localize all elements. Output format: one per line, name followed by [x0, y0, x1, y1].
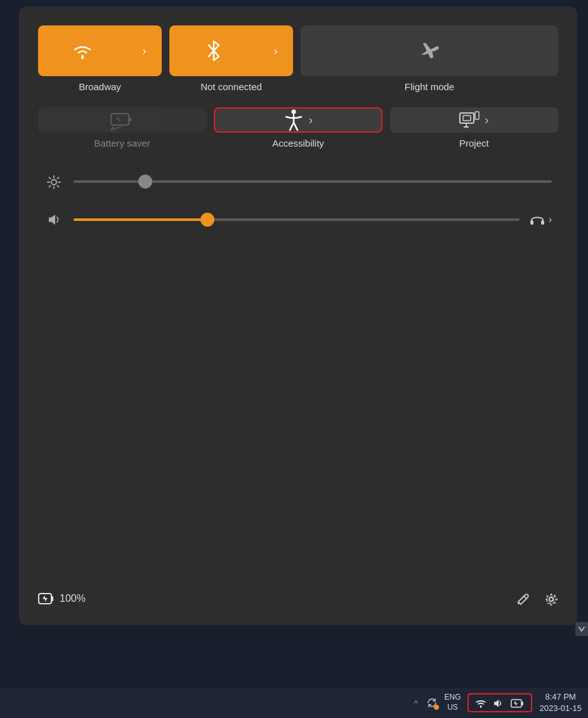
language-line2: US [444, 703, 461, 713]
wifi-label: Broadway [38, 81, 162, 92]
tiles-row-2: Battery saver › Accessibility [38, 107, 558, 149]
flight-mode-label: Flight mode [301, 81, 558, 92]
volume-fill [74, 218, 207, 221]
project-label: Project [390, 138, 558, 149]
scrollbar-down-arrow[interactable] [575, 622, 588, 636]
svg-point-3 [291, 110, 296, 114]
project-tile-group: › Project [390, 107, 558, 149]
battery-status: 100% [38, 592, 86, 606]
brightness-thumb[interactable] [138, 175, 152, 189]
bluetooth-tile-group: › Not connected [169, 25, 293, 92]
svg-line-17 [57, 177, 58, 178]
audio-chevron-icon: › [549, 214, 552, 225]
quick-settings-panel: › Broadway › Not connected [19, 6, 577, 625]
tray-volume-icon [493, 697, 504, 708]
settings-button[interactable] [544, 591, 558, 606]
bottom-action-icons [516, 591, 558, 606]
volume-icon [44, 212, 63, 227]
brightness-slider-row [44, 174, 552, 189]
taskbar-left-area: ^ ENG US [6, 693, 467, 712]
flight-mode-button[interactable] [301, 25, 558, 76]
bluetooth-main-button[interactable] [169, 25, 258, 76]
wifi-tile-group: › Broadway [38, 25, 162, 92]
battery-saver-tile-group: Battery saver [38, 107, 206, 149]
accessibility-button[interactable]: › [214, 107, 382, 133]
language-line1: ENG [444, 693, 461, 703]
svg-rect-2 [129, 117, 131, 121]
svg-rect-29 [521, 701, 523, 705]
svg-line-15 [49, 177, 51, 178]
svg-point-27 [480, 705, 481, 707]
svg-rect-19 [530, 220, 533, 225]
tray-battery-icon [511, 697, 525, 708]
wifi-arrow-button[interactable]: › [127, 25, 162, 76]
svg-rect-22 [51, 596, 53, 601]
refresh-notification-dot [434, 705, 439, 710]
tray-wifi-icon [475, 697, 487, 708]
svg-point-0 [81, 56, 84, 58]
taskbar-refresh-button[interactable] [426, 697, 438, 709]
project-inner: › [459, 111, 488, 129]
chevron-right-icon: › [274, 44, 278, 58]
svg-rect-20 [541, 220, 544, 225]
audio-output-button[interactable]: › [530, 213, 552, 227]
accessibility-label: Accessibility [214, 138, 382, 149]
edit-button[interactable] [516, 592, 529, 606]
taskbar-clock[interactable]: 8:47 PM 2023-01-15 [532, 691, 582, 714]
taskbar-chevron-button[interactable]: ^ [411, 696, 420, 710]
chevron-right-icon: › [143, 44, 147, 58]
battery-percent-text: 100% [60, 593, 86, 604]
clock-time: 8:47 PM [540, 691, 582, 703]
system-tray-icons[interactable] [467, 693, 532, 712]
project-arrow-icon: › [485, 114, 488, 127]
flight-tile-group: Flight mode [301, 25, 558, 92]
wifi-tile[interactable]: › [38, 25, 162, 76]
taskbar-language[interactable]: ENG US [444, 693, 461, 712]
bluetooth-label: Not connected [169, 81, 293, 92]
svg-point-10 [51, 180, 56, 185]
panel-bottom-bar: 100% [38, 591, 558, 606]
svg-line-16 [57, 185, 58, 187]
clock-date: 2023-01-15 [540, 703, 582, 714]
project-button[interactable]: › [390, 107, 558, 133]
bluetooth-tile[interactable]: › [169, 25, 293, 76]
battery-saver-button[interactable] [38, 107, 206, 133]
svg-point-26 [547, 595, 556, 604]
volume-slider[interactable] [74, 218, 519, 221]
svg-line-18 [49, 185, 51, 187]
sliders-section: › [38, 174, 558, 227]
brightness-fill [74, 180, 145, 183]
wifi-main-button[interactable] [38, 25, 127, 76]
brightness-icon [44, 174, 63, 189]
battery-saver-label: Battery saver [38, 138, 206, 149]
svg-line-23 [524, 596, 526, 598]
accessibility-inner: › [284, 109, 313, 131]
brightness-slider[interactable] [74, 180, 552, 183]
tiles-row-1: › Broadway › Not connected [38, 25, 558, 92]
bluetooth-arrow-button[interactable]: › [258, 25, 293, 76]
volume-thumb[interactable] [200, 213, 214, 227]
accessibility-tile-group: › Accessibility [214, 107, 382, 149]
svg-rect-5 [460, 113, 474, 123]
svg-rect-9 [475, 112, 479, 119]
volume-slider-row: › [44, 212, 552, 227]
svg-rect-6 [463, 116, 471, 121]
accessibility-arrow-icon: › [309, 114, 313, 127]
taskbar: ^ ENG US [0, 688, 588, 718]
